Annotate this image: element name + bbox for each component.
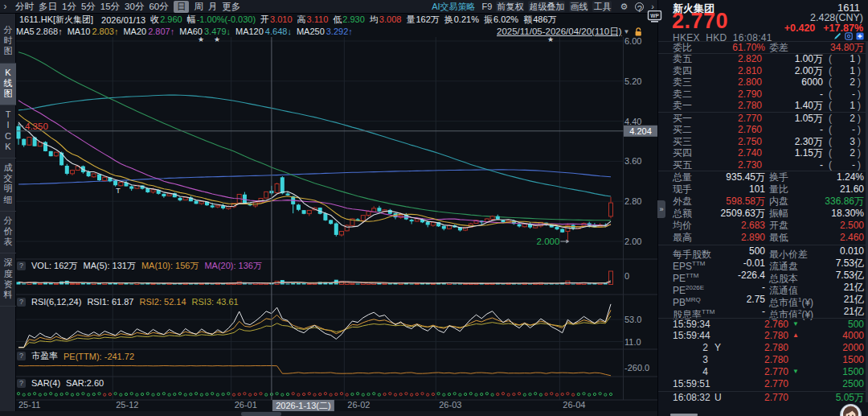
stat-label-left: 最高 <box>673 232 692 244</box>
help-icon[interactable]: ? <box>17 379 26 388</box>
panel-collapse-handle[interactable]: » <box>657 200 665 218</box>
date-range-selector[interactable]: 2025/11/05-2026/04/20(110日) ▼ <box>497 26 644 38</box>
bid-row[interactable]: 买三 2.750 2.30万 (3) <box>658 136 868 148</box>
tick-row[interactable]: 3 2.780 1500 <box>658 354 868 366</box>
quote-action-icons <box>833 32 864 40</box>
f9-shortcut-label[interactable]: F9 <box>482 2 493 11</box>
svg-text:★: ★ <box>198 37 204 43</box>
fundamental-row: EPSTTM -0.01 流通盘 7.53亿 <box>658 257 868 270</box>
bottom-scrollbar-thumb[interactable] <box>241 412 281 416</box>
period-tab-60分[interactable]: 60分 <box>149 1 168 13</box>
svg-text:26-01: 26-01 <box>235 400 257 410</box>
sidebar-item-K线图[interactable]: K 线 图 <box>0 64 16 106</box>
sidebar-item-TICK[interactable]: T I C K <box>0 105 16 159</box>
tick-time: 15:59:34 <box>673 319 710 331</box>
weibi-label: 委比 <box>673 42 692 54</box>
super-overlay-button[interactable]: 超级叠加 <box>528 1 565 12</box>
stat-value-left: 935.45万 <box>726 171 765 183</box>
wealth-plus-window-icon[interactable]: WP <box>647 10 662 23</box>
tick-volume: 1500 <box>842 354 864 366</box>
bid-price: 2.770 <box>738 113 762 125</box>
tick-row[interactable]: 15:59:51 2.770 2500 <box>658 378 868 390</box>
stat-row: 最高 2.890 最低 2.460 <box>658 232 868 244</box>
period-tab-日[interactable]: 日 <box>174 1 190 13</box>
date-range-text[interactable]: 2025/11/05-2026/04/20(110日) <box>497 26 622 38</box>
ai-strategy-button[interactable]: AI交易策略 <box>432 1 475 13</box>
price-alert-icon[interactable] <box>845 32 853 40</box>
period-tab-30分[interactable]: 30分 <box>125 1 144 13</box>
bid-row[interactable]: 买四 2.740 1.15万 (2) <box>658 147 868 159</box>
sidebar-item-深度资料[interactable]: 深 度 资 料 <box>0 253 16 307</box>
indicator-legend-part: RSI3: 43.61 <box>192 297 239 307</box>
tools-button[interactable]: 工具 <box>592 1 612 12</box>
tick-row[interactable]: 2 Y 2.780 2000 <box>658 342 868 354</box>
svg-text:★: ★ <box>547 37 554 43</box>
tick-volume: 1500 <box>842 366 864 378</box>
draw-line-button[interactable]: 画线 <box>569 1 588 12</box>
help-icon[interactable]: ? <box>17 298 26 307</box>
add-to-watchlist-icon[interactable] <box>856 32 864 40</box>
ask-row[interactable]: 卖一 2.780 1.40万 (1) <box>658 100 868 112</box>
svg-text:-260.0: -260.0 <box>624 363 649 373</box>
period-tab-月[interactable]: 月 <box>208 1 218 13</box>
assistant-avatar[interactable] <box>840 404 862 416</box>
edit-pencil-icon[interactable] <box>833 32 841 40</box>
sidebar-collapse-icon[interactable]: › <box>0 1 10 12</box>
sidebar-item-分时图[interactable]: 分 时 图 <box>0 21 16 64</box>
bid-row[interactable]: 买一 2.770 1.05万 (2) <box>658 113 868 125</box>
bid-quantity: 1.05万 <box>795 113 823 125</box>
ask-row[interactable]: 卖三 2.800 6000 (2) <box>658 76 868 89</box>
indicator-legend-part: MA(20): 136万 <box>204 260 262 272</box>
ma-legend-item: MA1204.648↓ <box>235 27 292 36</box>
fund-value-right: 7.53亿 <box>836 257 864 270</box>
help-icon[interactable]: ? <box>17 352 26 360</box>
ask-row[interactable]: 卖二 2.790 - (-) <box>658 89 868 101</box>
indicator-header-rsi: ? RSI(6,12,24)RSI1: 61.87RSI2: 52.14RSI3… <box>17 297 239 307</box>
bid-row[interactable]: 买二 2.760 - (-) <box>658 124 868 136</box>
help-icon[interactable]: ? <box>17 262 26 270</box>
period-tab-5分[interactable]: 5分 <box>81 1 96 13</box>
svg-text:4.204: 4.204 <box>629 126 652 136</box>
ask-row[interactable]: 卖五 2.820 1.00万 (1) <box>658 53 868 65</box>
unlock-icon[interactable] <box>633 27 644 37</box>
fundamental-stats: 每手股数 500 最小价差 0.010 EPSTTM -0.01 流通盘 7.5… <box>658 245 868 318</box>
period-tab-分时[interactable]: 分时 <box>15 1 34 13</box>
bid-row[interactable]: 买五 2.730 - (-) <box>658 159 868 171</box>
tick-price: 2.770 <box>764 392 788 404</box>
stat-label-left: 外盘 <box>673 196 692 208</box>
stat-row: 总额 2509.63万 振幅 18.30% <box>658 208 868 220</box>
period-tab-周[interactable]: 周 <box>194 1 203 13</box>
bid-price: 2.730 <box>738 159 762 171</box>
period-tab-1分[interactable]: 1分 <box>62 1 76 13</box>
ma-legend-item: MA52.868↑ <box>16 27 63 36</box>
indicator-header-vol: ? VOL: 162万MA(5): 131万MA(10): 156万MA(20)… <box>17 260 262 272</box>
tick-row[interactable]: 15:59:44 2.780 ▲ 4000 <box>658 330 868 342</box>
tick-row[interactable]: 15:59:34 2.760 ▼ 500 <box>658 319 868 331</box>
ask-broker-count: (-) <box>829 89 861 101</box>
tick-row[interactable]: 4 2.770 ▼ 1500 <box>658 366 868 378</box>
fund-value-left: 2.75 <box>747 294 765 306</box>
svg-text:4.350: 4.350 <box>25 122 48 131</box>
trading-stats: 总量 935.45万 换手 1.24% 现手 101 量比 21.60 外盘 5… <box>658 171 868 244</box>
help-icon[interactable]: ? <box>635 2 644 11</box>
period-tab-多日[interactable]: 多日 <box>39 1 57 13</box>
tick-price: 2.780 <box>764 330 788 342</box>
period-tab-更多[interactable]: 更多 <box>222 1 240 13</box>
bid-level-label: 买一 <box>673 113 692 125</box>
adjust-mode-button[interactable]: 前复权 <box>496 1 524 12</box>
period-tab-15分[interactable]: 15分 <box>100 1 120 13</box>
svg-text:5.20: 5.20 <box>624 76 641 86</box>
ask-broker-count: (1) <box>829 100 861 112</box>
ask-row[interactable]: 卖四 2.810 2.00万 (1) <box>658 65 868 77</box>
indicator-legend-part: SAR(4) <box>31 378 60 388</box>
ma-legend-item: MA102.803↑ <box>68 27 119 36</box>
sidebar-item-成交明细[interactable]: 成 交 明 细 <box>0 159 16 212</box>
fund-value-left: -0.01 <box>743 257 765 270</box>
indicator-legend-part: SAR:2.60 <box>66 378 104 388</box>
fund-value-right: 0.010 <box>840 245 864 257</box>
bid-broker-count: (2) <box>829 113 861 125</box>
sidebar-item-分价表[interactable]: 分 价 表 <box>0 212 16 254</box>
tick-time: 15:59:44 <box>673 330 710 342</box>
settings-gear-icon[interactable]: ⚙ <box>620 1 628 13</box>
ask-level-label: 卖五 <box>673 53 692 65</box>
